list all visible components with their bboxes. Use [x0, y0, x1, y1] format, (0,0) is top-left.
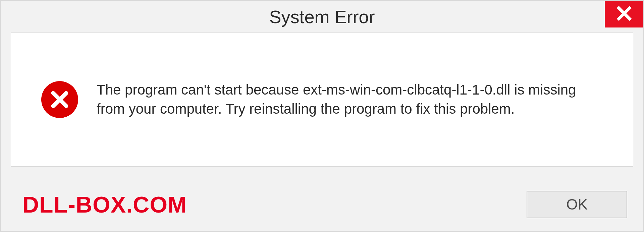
error-icon — [41, 81, 78, 118]
dialog-title: System Error — [269, 6, 375, 27]
watermark-text: DLL-BOX.COM — [22, 191, 187, 218]
titlebar: System Error — [1, 1, 643, 33]
system-error-dialog: System Error The program can't start bec… — [0, 0, 644, 232]
close-icon — [616, 5, 632, 23]
ok-button-label: OK — [566, 196, 588, 213]
close-button[interactable] — [605, 1, 643, 27]
ok-button[interactable]: OK — [527, 191, 627, 218]
error-message: The program can't start because ext-ms-w… — [97, 80, 593, 118]
content-panel: The program can't start because ext-ms-w… — [11, 33, 633, 167]
error-icon-wrap — [41, 81, 78, 118]
dialog-footer: DLL-BOX.COM OK — [1, 178, 643, 231]
